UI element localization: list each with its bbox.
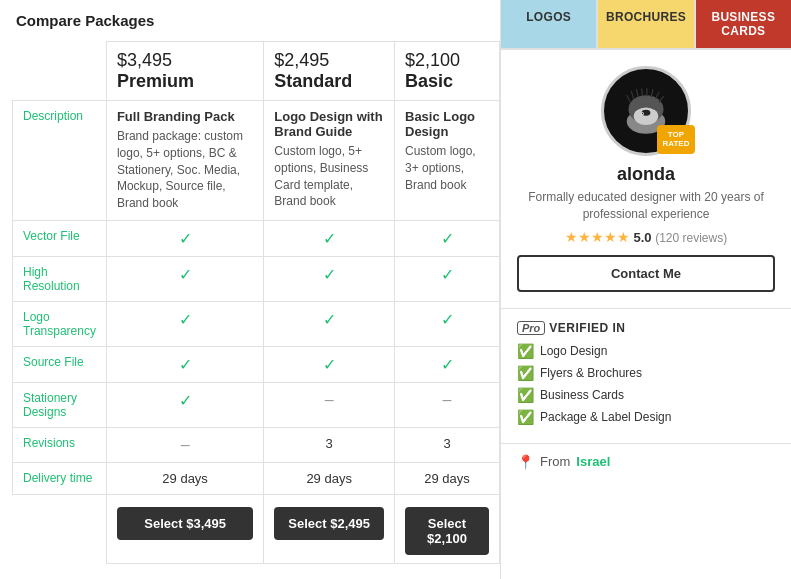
category-tabs: LOGOS BROCHURES BUSINESS CARDS [501, 0, 791, 50]
verified-item-flyers: ✅ Flyers & Brochures [517, 365, 775, 381]
verified-section: Pro VERIFIED IN ✅ Logo Design ✅ Flyers &… [501, 309, 791, 444]
revisions-label: Revisions [13, 427, 107, 462]
standard-select-cell: Select $2,495 [264, 494, 395, 563]
table-row: Delivery time 29 days 29 days 29 days [13, 462, 500, 494]
premium-stationery: ✓ [106, 382, 263, 427]
location-pin-icon: 📍 [517, 454, 534, 470]
basic-delivery: 29 days [395, 462, 500, 494]
select-premium-button[interactable]: Select $3,495 [117, 507, 253, 540]
compare-table: $3,495 Premium $2,495 Standard $2,100 Ba… [12, 41, 500, 564]
avatar-wrap: TOP RATED [601, 66, 691, 156]
check-circle-icon: ✅ [517, 409, 534, 425]
compare-packages-title: Compare Packages [12, 12, 500, 29]
premium-source: ✓ [106, 346, 263, 382]
select-standard-button[interactable]: Select $2,495 [274, 507, 384, 540]
verified-flyers: Flyers & Brochures [540, 366, 642, 380]
verified-item-business: ✅ Business Cards [517, 387, 775, 403]
logo-transparency-label: Logo Transparency [13, 301, 107, 346]
standard-price: $2,495 [274, 50, 384, 71]
standard-header: $2,495 Standard [264, 42, 395, 101]
profile-username: alonda [517, 164, 775, 185]
select-basic-button[interactable]: Select $2,100 [405, 507, 489, 555]
standard-stationery: – [264, 382, 395, 427]
source-file-label: Source File [13, 346, 107, 382]
basic-vector: ✓ [395, 220, 500, 256]
from-country[interactable]: Israel [576, 454, 610, 469]
contact-me-button[interactable]: Contact Me [517, 255, 775, 292]
table-row: Select $3,495 Select $2,495 Select $2,10… [13, 494, 500, 563]
standard-source: ✓ [264, 346, 395, 382]
standard-transparency: ✓ [264, 301, 395, 346]
tab-business-cards[interactable]: BUSINESS CARDS [696, 0, 791, 48]
delivery-label: Delivery time [13, 462, 107, 494]
table-row: High Resolution ✓ ✓ ✓ [13, 256, 500, 301]
right-panel: LOGOS BROCHURES BUSINESS CARDS [501, 0, 791, 579]
basic-name: Basic [405, 71, 489, 92]
high-resolution-label: High Resolution [13, 256, 107, 301]
verified-item-logo: ✅ Logo Design [517, 343, 775, 359]
tab-brochures[interactable]: BROCHURES [598, 0, 695, 48]
star-icons: ★★★★★ [565, 229, 630, 245]
basic-stationery: – [395, 382, 500, 427]
profile-rating-row: ★★★★★ 5.0 (120 reviews) [517, 229, 775, 245]
review-count: (120 reviews) [655, 231, 727, 245]
check-circle-icon: ✅ [517, 387, 534, 403]
standard-hires: ✓ [264, 256, 395, 301]
pro-badge: Pro [517, 321, 545, 335]
profile-description: Formally educated designer with 20 years… [517, 189, 775, 223]
table-row: Revisions – 3 3 [13, 427, 500, 462]
check-circle-icon: ✅ [517, 365, 534, 381]
from-row: 📍 From Israel [501, 444, 791, 480]
table-row: Source File ✓ ✓ ✓ [13, 346, 500, 382]
table-row: Stationery Designs ✓ – – [13, 382, 500, 427]
svg-line-10 [642, 88, 643, 96]
pro-label-row: Pro VERIFIED IN [517, 321, 775, 335]
verified-in-label: VERIFIED IN [549, 321, 625, 335]
tab-logos[interactable]: LOGOS [501, 0, 598, 48]
vector-file-label: Vector File [13, 220, 107, 256]
basic-description: Basic Logo Design Custom logo, 3+ option… [395, 101, 500, 221]
table-row: Logo Transparency ✓ ✓ ✓ [13, 301, 500, 346]
rating-value: 5.0 [633, 230, 651, 245]
stationery-label: Stationery Designs [13, 382, 107, 427]
from-label: From [540, 454, 570, 469]
table-row: Vector File ✓ ✓ ✓ [13, 220, 500, 256]
premium-hires: ✓ [106, 256, 263, 301]
basic-price: $2,100 [405, 50, 489, 71]
check-circle-icon: ✅ [517, 343, 534, 359]
premium-name: Premium [117, 71, 253, 92]
premium-description: Full Branding Pack Brand package: custom… [106, 101, 263, 221]
premium-select-cell: Select $3,495 [106, 494, 263, 563]
basic-header: $2,100 Basic [395, 42, 500, 101]
basic-source: ✓ [395, 346, 500, 382]
table-row: Description Full Branding Pack Brand pac… [13, 101, 500, 221]
standard-name: Standard [274, 71, 384, 92]
verified-package-label: Package & Label Design [540, 410, 671, 424]
verified-business-cards: Business Cards [540, 388, 624, 402]
premium-price: $3,495 [117, 50, 253, 71]
premium-vector: ✓ [106, 220, 263, 256]
basic-transparency: ✓ [395, 301, 500, 346]
basic-select-cell: Select $2,100 [395, 494, 500, 563]
verified-logo-design: Logo Design [540, 344, 607, 358]
profile-section: TOP RATED alonda Formally educated desig… [501, 50, 791, 309]
standard-vector: ✓ [264, 220, 395, 256]
basic-revisions: 3 [395, 427, 500, 462]
standard-description: Logo Design with Brand Guide Custom logo… [264, 101, 395, 221]
top-rated-badge: TOP RATED [657, 125, 695, 154]
standard-delivery: 29 days [264, 462, 395, 494]
standard-revisions: 3 [264, 427, 395, 462]
verified-item-package: ✅ Package & Label Design [517, 409, 775, 425]
premium-revisions: – [106, 427, 263, 462]
svg-point-6 [642, 113, 643, 114]
premium-delivery: 29 days [106, 462, 263, 494]
premium-transparency: ✓ [106, 301, 263, 346]
basic-hires: ✓ [395, 256, 500, 301]
description-label: Description [13, 101, 107, 221]
premium-header: $3,495 Premium [106, 42, 263, 101]
